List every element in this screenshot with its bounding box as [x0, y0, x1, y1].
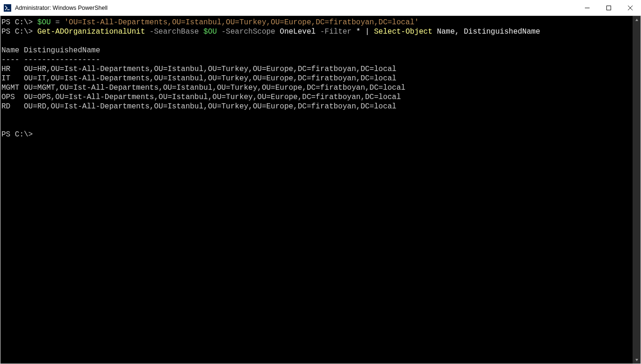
powershell-icon [4, 4, 11, 12]
scrollbar[interactable] [633, 16, 641, 364]
terminal[interactable]: PS C:\> $OU = 'OU=Ist-All-Departments,OU… [0, 16, 633, 364]
table-row: MGMT OU=MGMT,OU=Ist-All-Departments,OU=I… [1, 83, 632, 93]
maximize-button[interactable] [598, 0, 619, 16]
minimize-button[interactable] [576, 0, 598, 16]
output-header: Name DistinguishedName [1, 46, 632, 55]
table-row: IT OU=IT,OU=Ist-All-Departments,OU=Istan… [1, 74, 632, 83]
blank-line [1, 111, 632, 121]
table-row: OPS OU=OPS,OU=Ist-All-Departments,OU=Ist… [1, 93, 632, 102]
command-line-2: PS C:\> Get-ADOrganizationalUnit -Search… [1, 27, 632, 36]
terminal-wrapper: PS C:\> $OU = 'OU=Ist-All-Departments,OU… [0, 16, 641, 364]
window-controls [576, 0, 641, 16]
svg-rect-2 [607, 6, 611, 10]
command-line-1: PS C:\> $OU = 'OU=Ist-All-Departments,OU… [1, 18, 632, 27]
prompt-line: PS C:\> [1, 130, 632, 139]
table-row: RD OU=RD,OU=Ist-All-Departments,OU=Istan… [1, 102, 632, 111]
table-row: HR OU=HR,OU=Ist-All-Departments,OU=Istan… [1, 64, 632, 74]
blank-line [1, 36, 632, 46]
output-ruler: ---- ----------------- [1, 55, 632, 64]
scroll-down-icon[interactable] [633, 356, 641, 364]
blank-line [1, 121, 632, 130]
titlebar[interactable]: Administrator: Windows PowerShell [0, 0, 641, 16]
scroll-up-icon[interactable] [633, 16, 641, 24]
window-title: Administrator: Windows PowerShell [15, 5, 108, 11]
close-button[interactable] [619, 0, 641, 16]
